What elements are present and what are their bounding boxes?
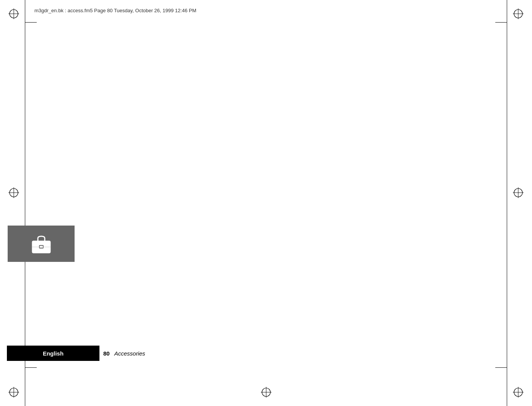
right-border bbox=[507, 0, 507, 406]
reg-mark-top-right bbox=[513, 8, 524, 19]
reg-mark-bottom-right bbox=[513, 387, 524, 398]
reg-mark-middle-right bbox=[513, 187, 524, 198]
bottom-right-corner-line bbox=[495, 367, 507, 368]
page-number: 80 bbox=[103, 350, 110, 357]
top-left-corner-line bbox=[25, 22, 37, 23]
page-info: 80 Accessories bbox=[103, 346, 145, 361]
briefcase-container bbox=[8, 226, 75, 262]
reg-mark-bottom-center bbox=[261, 387, 272, 398]
left-border bbox=[25, 0, 25, 406]
briefcase-icon bbox=[30, 232, 53, 255]
bottom-left-corner-line bbox=[25, 367, 37, 368]
reg-mark-bottom-left bbox=[8, 387, 19, 398]
top-right-corner-line bbox=[495, 22, 507, 23]
english-badge: English bbox=[7, 346, 99, 361]
reg-mark-top-left bbox=[8, 8, 19, 19]
reg-mark-middle-left bbox=[8, 187, 19, 198]
header-text: m3gdr_en.bk : access.fm5 Page 80 Tuesday… bbox=[34, 8, 196, 13]
language-label: English bbox=[43, 350, 63, 357]
page-title: Accessories bbox=[114, 350, 145, 357]
